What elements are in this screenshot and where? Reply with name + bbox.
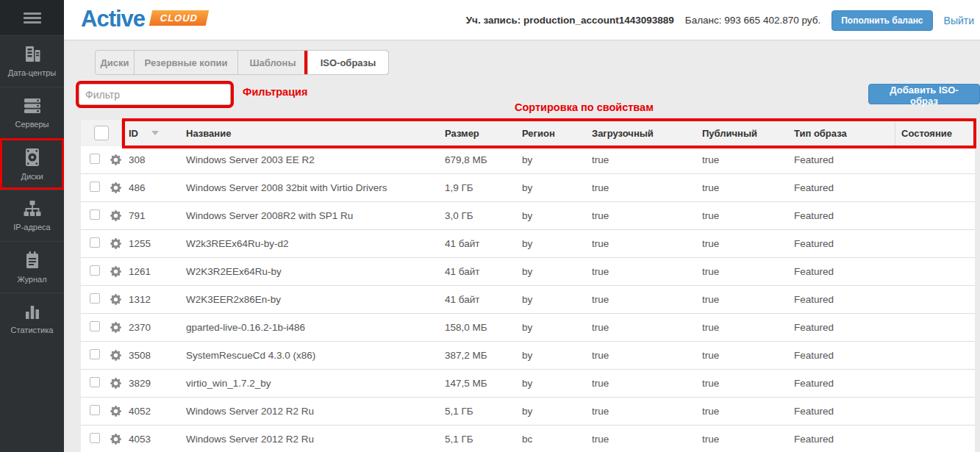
row-checkbox-cell xyxy=(81,237,109,250)
cell-id: 2370 xyxy=(122,322,184,333)
sidebar-item-servers[interactable]: Серверы xyxy=(0,87,64,138)
sidebar-item-label: Статистика xyxy=(11,326,54,334)
row-checkbox-cell xyxy=(81,182,109,194)
column-header-state[interactable]: Состояние xyxy=(895,120,975,146)
row-actions[interactable] xyxy=(109,182,122,193)
row-checkbox[interactable] xyxy=(90,154,100,164)
row-checkbox[interactable] xyxy=(90,209,100,220)
row-actions[interactable] xyxy=(109,266,122,277)
logo-cloud-badge: CLOUD xyxy=(149,10,210,26)
row-checkbox[interactable] xyxy=(90,293,100,304)
select-all-cell xyxy=(81,120,122,146)
sidebar-item-disks[interactable]: Диски xyxy=(0,138,64,190)
table-row: 2370 gparted-live-0.16.2-1b-i486 158,0 М… xyxy=(81,314,975,342)
cell-bootable: true xyxy=(586,350,696,361)
balance: Баланс: 993 665 402.870 руб. xyxy=(685,15,820,26)
menu-toggle-button[interactable] xyxy=(0,0,64,35)
sidebar-item-label: Журнал xyxy=(17,275,46,284)
cell-public: true xyxy=(696,266,788,277)
cell-name: SystemRescueCd 4.3.0 (x86) xyxy=(184,350,439,361)
table-row: 1255 W2k3REEx64Ru-by-d2 41 байт by true … xyxy=(81,230,975,258)
tab-templates[interactable]: Шаблоны xyxy=(237,51,307,74)
column-header-size[interactable]: Размер xyxy=(439,120,516,146)
cell-region: by xyxy=(516,378,586,389)
activecloud-logo[interactable]: Active CLOUD xyxy=(81,7,207,32)
row-actions[interactable] xyxy=(109,154,122,165)
gear-icon xyxy=(110,434,121,445)
sidebar-item-datacenters[interactable]: Дата-центры xyxy=(0,35,64,87)
top-header: Active CLOUD Уч. запись: production_acco… xyxy=(64,0,980,40)
select-all-checkbox[interactable] xyxy=(94,126,109,140)
ip-addresses-icon xyxy=(23,200,42,218)
tab-backups[interactable]: Резервные копии xyxy=(134,51,237,74)
row-actions[interactable] xyxy=(109,210,122,221)
add-iso-image-button[interactable]: Добавить ISO-образ xyxy=(868,84,980,104)
cell-region: bc xyxy=(516,434,586,445)
row-actions[interactable] xyxy=(109,322,122,333)
row-actions[interactable] xyxy=(109,294,122,305)
cell-bootable: true xyxy=(586,154,696,165)
cell-id: 1312 xyxy=(122,294,184,305)
gear-icon xyxy=(110,378,121,389)
logout-link[interactable]: Выйти xyxy=(944,15,974,26)
row-checkbox[interactable] xyxy=(90,265,100,276)
cell-region: by xyxy=(516,266,586,277)
disks-icon xyxy=(24,148,41,167)
row-actions[interactable] xyxy=(109,406,122,417)
cell-public: true xyxy=(696,210,788,221)
row-actions[interactable] xyxy=(109,238,122,249)
row-checkbox[interactable] xyxy=(90,321,100,331)
row-checkbox[interactable] xyxy=(90,405,100,415)
row-actions[interactable] xyxy=(109,350,122,361)
cell-size: 158,0 МБ xyxy=(439,322,516,333)
cell-id: 1261 xyxy=(122,266,184,277)
cell-public: true xyxy=(696,350,788,361)
cell-id: 486 xyxy=(122,182,184,193)
column-header-id[interactable]: ID xyxy=(122,120,184,146)
tab-disks[interactable]: Диски xyxy=(96,51,134,74)
column-header-name[interactable]: Название xyxy=(184,120,439,146)
sidebar-item-journal[interactable]: Журнал xyxy=(0,241,64,293)
cell-public: true xyxy=(696,238,788,249)
row-checkbox[interactable] xyxy=(90,433,100,443)
column-header-bootable[interactable]: Загрузочный xyxy=(586,120,696,146)
gear-icon xyxy=(110,238,121,249)
topup-balance-button[interactable]: Пополнить баланс xyxy=(831,10,932,31)
sidebar-item-ip-addresses[interactable]: IP-адреса xyxy=(0,190,64,241)
column-label: ID xyxy=(129,128,138,139)
annotation-filtering: Фильтрация xyxy=(243,86,307,98)
cell-size: 147,5 МБ xyxy=(439,378,516,389)
balance-value: 993 665 402.870 руб. xyxy=(724,15,820,26)
cell-type: Featured xyxy=(788,182,895,193)
column-header-region[interactable]: Регион xyxy=(516,120,586,146)
row-checkbox[interactable] xyxy=(90,237,100,248)
cell-bootable: true xyxy=(586,182,696,193)
cell-region: by xyxy=(516,350,586,361)
row-checkbox-cell xyxy=(81,293,109,306)
cell-region: by xyxy=(516,294,586,305)
table-row: 308 Windows Server 2003 EE R2 679,8 МБ b… xyxy=(81,146,975,174)
cell-name: Windows Server 2012 R2 Ru xyxy=(184,434,439,445)
gear-icon xyxy=(110,210,121,221)
account-label: Уч. запись: xyxy=(466,15,521,26)
cell-region: by xyxy=(516,182,586,193)
column-header-public[interactable]: Публичный xyxy=(696,120,788,146)
row-checkbox[interactable] xyxy=(90,182,100,192)
row-checkbox[interactable] xyxy=(90,377,100,387)
column-header-type[interactable]: Тип образа xyxy=(788,120,895,146)
table-row: 1261 W2K3R2EEx64Ru-by 41 байт by true tr… xyxy=(81,258,975,286)
cell-type: Featured xyxy=(788,294,895,305)
row-actions[interactable] xyxy=(109,378,122,389)
cell-id: 3508 xyxy=(122,350,184,361)
row-actions[interactable] xyxy=(109,434,122,445)
cell-region: by xyxy=(516,322,586,333)
filter-input[interactable] xyxy=(79,84,231,105)
row-checkbox[interactable] xyxy=(90,349,100,359)
cell-name: W2K3EER2x86En-by xyxy=(184,294,439,305)
cell-name: W2k3REEx64Ru-by-d2 xyxy=(184,238,439,249)
sort-desc-icon xyxy=(151,131,159,135)
cell-region: by xyxy=(516,210,586,221)
cell-public: true xyxy=(696,182,788,193)
sidebar-item-statistics[interactable]: Статистика xyxy=(0,293,64,344)
tab-iso-images[interactable]: ISO-образы xyxy=(307,51,388,74)
